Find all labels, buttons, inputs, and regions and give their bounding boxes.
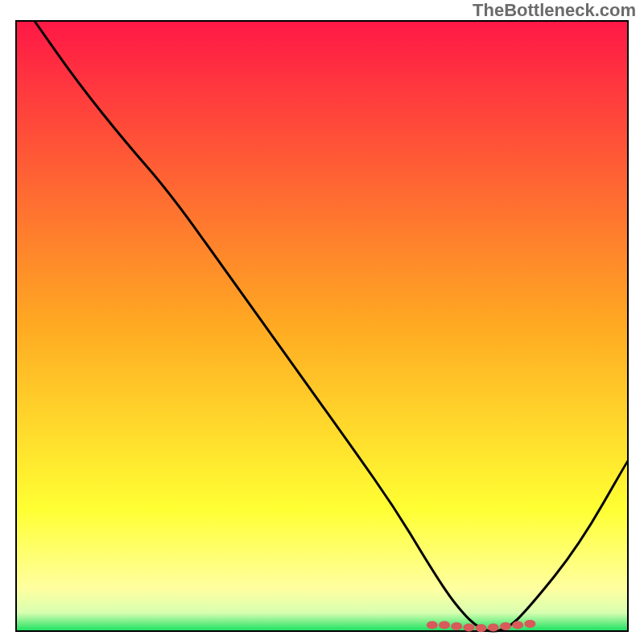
optimal-zone-marker [524, 620, 535, 628]
plot-background [16, 21, 628, 631]
optimal-zone-marker [451, 622, 462, 630]
optimal-zone-marker [427, 621, 438, 629]
optimal-zone-marker [488, 623, 499, 631]
optimal-zone-marker [439, 621, 450, 629]
watermark-label: TheBottleneck.com [473, 0, 636, 21]
optimal-zone-marker [463, 623, 474, 631]
optimal-zone-marker [512, 621, 523, 629]
bottleneck-chart [0, 0, 644, 644]
optimal-zone-marker [500, 622, 511, 630]
optimal-zone-marker [476, 624, 487, 632]
chart-container: TheBottleneck.com [0, 0, 644, 644]
